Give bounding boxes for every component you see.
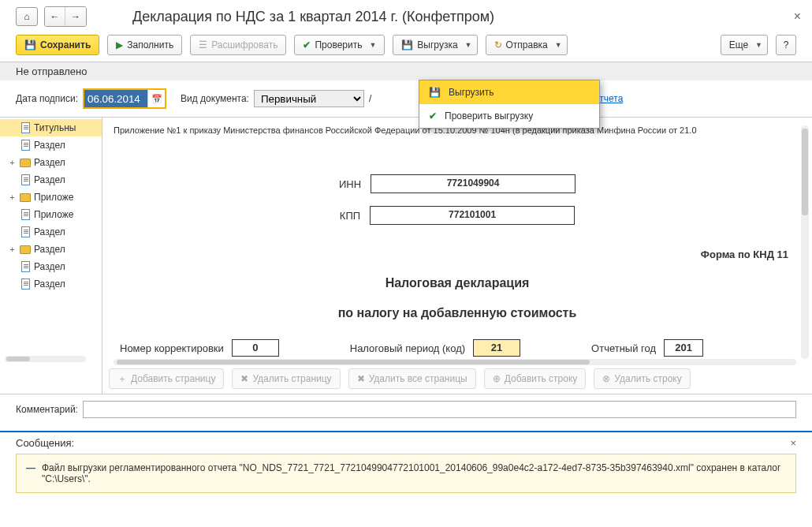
add-page-button[interactable]: ＋Добавить страницу (109, 368, 224, 389)
del-row-button[interactable]: ⊗Удалить строку (594, 368, 690, 389)
tree-item-9[interactable]: Раздел (0, 275, 102, 293)
x-icon: ✖ (357, 373, 365, 384)
check-export-menu-item[interactable]: ✔Проверить выгрузку (419, 104, 599, 128)
correction-label: Номер корректировки (120, 342, 224, 354)
list-icon: ☰ (199, 39, 207, 50)
year-label: Отчетный год (591, 342, 656, 354)
tree-item-label: Раздел (34, 226, 65, 237)
kpp-label: КПП (340, 210, 360, 222)
help-button[interactable]: ? (776, 35, 796, 55)
folder-icon (20, 244, 31, 255)
tree-item-label: Раздел (34, 174, 65, 185)
tree-scrollbar[interactable] (5, 356, 86, 362)
home-icon: ⌂ (24, 11, 29, 22)
disk-icon: 💾 (429, 87, 441, 98)
period-field[interactable]: 21 (473, 339, 520, 357)
folder-icon (20, 192, 31, 203)
caret-down-icon: ▼ (465, 41, 472, 49)
year-field[interactable]: 201 (664, 339, 703, 357)
calendar-button[interactable]: 📅 (147, 90, 165, 107)
del-page-button[interactable]: ✖Удалить страницу (232, 368, 340, 389)
tree-item-2[interactable]: +Раздел (0, 154, 102, 171)
x-icon: ✖ (240, 373, 248, 384)
tree-item-label: Приложе (34, 209, 73, 220)
knd-label: Форма по КНД 11 (114, 249, 801, 260)
more-button[interactable]: Еще▼ (721, 35, 768, 55)
tree-item-label: Титульны (34, 122, 76, 133)
check-doc-icon: ✔ (429, 110, 437, 121)
calendar-icon: 📅 (151, 94, 162, 103)
send-icon: ↻ (494, 39, 502, 50)
messages-close[interactable]: × (790, 437, 796, 449)
tree-item-6[interactable]: Раздел (0, 223, 102, 241)
forward-button[interactable]: → (65, 7, 86, 26)
inn-label: ИНН (339, 178, 361, 190)
caret-down-icon: ▼ (369, 41, 376, 49)
folder-icon (20, 157, 31, 168)
declaration-title1: Налоговая декларация (114, 276, 801, 290)
close-button[interactable]: × (794, 9, 801, 24)
send-button[interactable]: ↻Отправка▼ (486, 35, 568, 55)
tree-item-7[interactable]: +Раздел (0, 241, 102, 258)
back-button[interactable]: ← (45, 7, 65, 26)
doc-vscrollbar[interactable] (801, 125, 809, 359)
x-circle-icon: ⊗ (602, 373, 610, 384)
file-icon (20, 140, 31, 151)
sections-tree: ТитульныРаздел+РазделРаздел+ПриложеПрило… (0, 118, 102, 394)
add-row-button[interactable]: ⊕Добавить строку (484, 368, 587, 389)
arrow-right-icon: → (71, 11, 80, 22)
tree-item-3[interactable]: Раздел (0, 171, 102, 189)
tree-item-label: Раздел (34, 157, 65, 168)
save-button[interactable]: 💾Сохранить (16, 35, 99, 55)
home-button[interactable]: ⌂ (16, 7, 38, 26)
file-icon (20, 209, 31, 220)
sign-date-label: Дата подписи: (16, 93, 78, 104)
caret-down-icon: ▼ (555, 41, 562, 49)
caret-down-icon: ▼ (755, 41, 762, 49)
tree-item-5[interactable]: Приложе (0, 206, 102, 223)
tree-item-0[interactable]: Титульны (0, 119, 102, 136)
disk-icon: 💾 (24, 39, 36, 50)
plus-icon: ＋ (117, 372, 127, 386)
period-label: Налоговый период (код) (350, 342, 465, 354)
messages-header: Сообщения: (16, 437, 74, 449)
message-item: — Файл выгрузки регламентированного отче… (16, 454, 796, 493)
disk-arrow-icon: 💾 (401, 39, 413, 50)
collapse-icon[interactable]: — (26, 462, 35, 484)
message-text: Файл выгрузки регламентированного отчета… (42, 462, 786, 484)
file-icon (20, 278, 31, 290)
sign-date-input[interactable] (84, 90, 147, 107)
tree-item-label: Раздел (34, 140, 65, 151)
tree-item-label: Раздел (34, 278, 65, 290)
file-icon (20, 261, 31, 272)
arrow-left-icon: ← (50, 11, 60, 22)
fill-button[interactable]: ▶Заполнить (107, 35, 182, 55)
del-all-pages-button[interactable]: ✖Удалить все страницы (348, 368, 476, 389)
correction-field[interactable]: 0 (232, 339, 279, 357)
status-bar: Не отправлено (0, 62, 812, 80)
slash: / (369, 93, 371, 104)
expand-icon[interactable]: + (8, 245, 17, 254)
export-menu-item[interactable]: 💾Выгрузить (419, 80, 599, 104)
inn-field[interactable]: 7721049904 (371, 174, 575, 193)
check-button[interactable]: ✔Проверить▼ (294, 35, 385, 55)
expand-icon[interactable]: + (8, 193, 17, 202)
comment-input[interactable] (83, 401, 796, 418)
document-area: Приложение №1 к приказу Министерства фин… (102, 118, 812, 394)
tree-item-4[interactable]: +Приложе (0, 189, 102, 206)
doc-type-label: Вид документа: (181, 93, 249, 104)
plus-circle-icon: ⊕ (493, 373, 501, 384)
tree-item-label: Приложе (34, 192, 73, 203)
tree-item-label: Раздел (34, 261, 65, 272)
tree-item-1[interactable]: Раздел (0, 136, 102, 154)
decode-button[interactable]: ☰Расшифровать (190, 35, 286, 55)
tree-item-8[interactable]: Раздел (0, 258, 102, 275)
file-icon (20, 122, 31, 133)
declaration-title2: по налогу на добавленную стоимость (114, 306, 801, 320)
kpp-field[interactable]: 772101001 (370, 206, 575, 225)
check-icon: ✔ (303, 39, 311, 50)
expand-icon[interactable]: + (8, 159, 17, 167)
export-button[interactable]: 💾Выгрузка▼ (393, 35, 477, 55)
file-icon (20, 174, 31, 185)
doc-type-select[interactable]: Первичный (254, 90, 364, 107)
